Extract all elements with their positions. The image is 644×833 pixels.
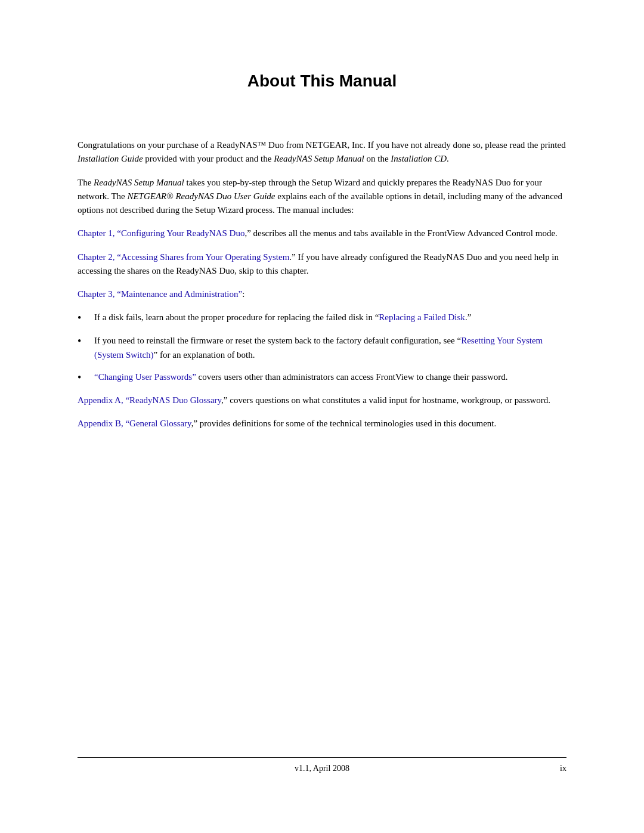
appendixb-paragraph: Appendix B, “General Glossary,” provides…	[78, 417, 566, 431]
appendixb-rest: ,” provides definitions for some of the …	[191, 419, 497, 428]
bullet-text-2: If you need to reinstall the firmware or…	[94, 334, 566, 362]
appendixa-link[interactable]: Appendix A, “ReadyNAS Duo Glossary	[78, 395, 221, 405]
chapter1-paragraph: Chapter 1, “Configuring Your ReadyNAS Du…	[78, 227, 566, 240]
appendixb-link[interactable]: Appendix B, “General Glossary	[78, 419, 191, 428]
chapter2-link[interactable]: Chapter 2, “Accessing Shares from Your O…	[78, 252, 289, 262]
chapter3-paragraph: Chapter 3, “Maintenance and Administrati…	[78, 287, 566, 301]
bullet-dot-3: •	[78, 370, 89, 385]
paragraph1-italic3: Installation CD	[391, 154, 447, 163]
footer-version: v1.1, April 2008	[95, 764, 549, 773]
chapter1-rest: ,” describes all the menus and tabs avai…	[244, 228, 557, 238]
chapter3-rest: :	[242, 289, 244, 299]
intro-paragraph-2: The ReadyNAS Setup Manual takes you step…	[78, 176, 566, 218]
paragraph1-final: .	[447, 154, 449, 163]
page-title: About This Manual	[78, 72, 566, 91]
bullet-item-1: • If a disk fails, learn about the prope…	[78, 311, 566, 326]
paragraph2-start: The	[78, 178, 94, 187]
paragraph1-italic2: ReadyNAS Setup Manual	[274, 154, 364, 163]
footer-page-number: ix	[549, 764, 566, 773]
bullet-dot-1: •	[78, 311, 89, 326]
changing-passwords-link[interactable]: “Changing User Passwords”	[94, 372, 196, 382]
intro-paragraph-1: Congratulations on your purchase of a Re…	[78, 138, 566, 166]
appendixa-paragraph: Appendix A, “ReadyNAS Duo Glossary,” cov…	[78, 394, 566, 407]
chapter3-link[interactable]: Chapter 3, “Maintenance and Administrati…	[78, 289, 242, 299]
paragraph2-italic2: NETGEAR® ReadyNAS Duo User Guide	[127, 191, 275, 201]
page: About This Manual Congratulations on you…	[0, 0, 644, 833]
bullet-text-1: If a disk fails, learn about the proper …	[94, 311, 566, 324]
appendixa-rest: ,” covers questions on what constitutes …	[221, 395, 550, 405]
replacing-failed-disk-link[interactable]: Replacing a Failed Disk	[379, 312, 465, 322]
bullet-item-2: • If you need to reinstall the firmware …	[78, 334, 566, 362]
bullet-dot-2: •	[78, 334, 89, 349]
paragraph2-italic1: ReadyNAS Setup Manual	[94, 178, 184, 187]
paragraph1-end: on the	[364, 154, 391, 163]
bullet-text-3: “Changing User Passwords” covers users o…	[94, 370, 566, 384]
main-content: Congratulations on your purchase of a Re…	[78, 138, 566, 757]
bullet-list: • If a disk fails, learn about the prope…	[78, 311, 566, 385]
chapter1-link[interactable]: Chapter 1, “Configuring Your ReadyNAS Du…	[78, 228, 244, 238]
paragraph1-italic1: Installation Guide	[78, 154, 143, 163]
paragraph1-start: Congratulations on your purchase of a Re…	[78, 140, 566, 150]
footer: v1.1, April 2008 ix	[78, 757, 566, 773]
bullet-item-3: • “Changing User Passwords” covers users…	[78, 370, 566, 385]
chapter2-paragraph: Chapter 2, “Accessing Shares from Your O…	[78, 250, 566, 278]
paragraph1-mid: provided with your product and the	[143, 154, 274, 163]
